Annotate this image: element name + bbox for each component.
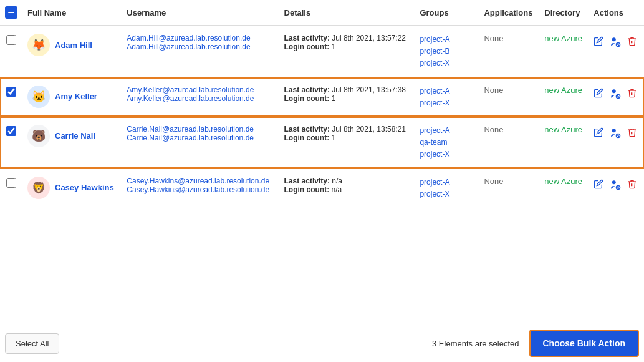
actions-cell [589,169,644,208]
user-name-link[interactable]: Carrie Nail [55,131,95,140]
group-link[interactable]: project-A [420,125,474,137]
group-link[interactable]: project-X [420,188,474,200]
edit-icon[interactable] [594,179,603,192]
row-checkbox-cell [0,117,22,169]
bulk-action-button[interactable]: Choose Bulk Action [529,330,640,357]
email-link-primary[interactable]: Casey.Hawkins@azuread.lab.resolution.de [127,177,274,185]
edit-icon[interactable] [594,36,603,49]
edit-icon[interactable] [594,88,603,100]
directory-cell: new Azure [539,26,589,77]
last-activity: Last activity: Jul 8th 2021, 13:57:22 [284,34,406,42]
avatar: 🐻 [27,125,50,147]
table-row: 🐱Amy KellerAmy.Keller@azuread.lab.resolu… [0,77,644,117]
user-name-link[interactable]: Amy Keller [55,92,97,101]
groups-cell: project-Aproject-X [415,77,479,117]
actions-cell [589,26,644,77]
email-link-secondary[interactable]: Carrie.Nail@azuread.lab.resolution.de [127,134,274,142]
username-cell: Amy.Keller@azuread.lab.resolution.deAmy.… [122,77,279,117]
svg-line-3 [617,44,620,46]
username-cell: Carrie.Nail@azuread.lab.resolution.deCar… [122,117,279,169]
col-header-groups: Groups [415,0,479,26]
groups-cell: project-Aproject-Bproject-X [415,26,479,77]
table-row: 🦁Casey HawkinsCasey.Hawkins@azuread.lab.… [0,169,644,208]
user-block-icon[interactable] [610,179,621,193]
last-activity: Last activity: Jul 8th 2021, 13:58:21 [284,125,406,134]
user-checkbox-1[interactable] [6,35,16,45]
details-cell: Last activity: n/aLogin count: n/a [279,169,415,208]
svg-point-4 [612,89,616,93]
groups-cell: project-Aproject-X [415,169,479,208]
row-checkbox-cell [0,77,22,117]
directory-link[interactable]: new Azure [544,125,582,134]
actions-cell [589,117,644,169]
group-link[interactable]: project-A [420,86,474,97]
select-all-header-checkbox[interactable] [5,6,17,19]
svg-line-12 [617,186,620,188]
email-link-secondary[interactable]: Casey.Hawkins@azuread.lab.resolution.de [127,185,274,194]
user-checkbox-4[interactable] [6,178,16,188]
directory-link[interactable]: new Azure [544,177,582,186]
details-cell: Last activity: Jul 8th 2021, 13:57:22Log… [279,26,415,77]
email-link-secondary[interactable]: Adam.Hill@azuread.lab.resolution.de [127,42,274,51]
row-checkbox-cell [0,169,22,208]
delete-icon[interactable] [627,88,637,100]
svg-line-9 [617,135,620,137]
delete-icon[interactable] [627,179,637,192]
footer-right: 3 Elements are selected Choose Bulk Acti… [432,330,639,357]
user-full-name-cell: 🦁Casey Hawkins [22,169,122,208]
avatar: 🦊 [27,34,50,56]
edit-icon[interactable] [594,127,603,140]
user-full-name-cell: 🦊Adam Hill [22,26,122,77]
svg-point-1 [612,37,616,41]
col-header-actions: Actions [589,0,644,26]
directory-link[interactable]: new Azure [544,34,582,43]
applications-cell: None [479,26,539,77]
user-name-link[interactable]: Casey Hawkins [55,183,114,192]
applications-cell: None [479,77,539,117]
details-cell: Last activity: Jul 8th 2021, 13:57:38Log… [279,77,415,117]
last-activity: Last activity: Jul 8th 2021, 13:57:38 [284,86,406,94]
user-checkbox-2[interactable] [6,87,16,97]
table-row: 🦊Adam HillAdam.Hill@azuread.lab.resoluti… [0,26,644,77]
svg-point-7 [612,129,616,132]
email-link-primary[interactable]: Adam.Hill@azuread.lab.resolution.de [127,34,274,42]
svg-line-6 [617,95,620,97]
group-link[interactable]: project-X [420,97,474,109]
directory-link[interactable]: new Azure [544,86,582,95]
delete-icon[interactable] [627,36,637,49]
email-link-primary[interactable]: Amy.Keller@azuread.lab.resolution.de [127,86,274,94]
row-checkbox-cell [0,26,22,77]
elements-selected-count: 3 Elements are selected [432,339,519,348]
user-block-icon[interactable] [610,127,621,141]
group-link[interactable]: project-X [420,57,474,69]
user-block-icon[interactable] [610,88,621,102]
svg-point-10 [612,180,616,184]
select-all-button[interactable]: Select All [5,333,59,354]
user-full-name-cell: 🐱Amy Keller [22,77,122,117]
login-count: Login count: 1 [284,42,410,51]
login-count: Login count: 1 [284,94,410,103]
avatar: 🦁 [27,177,50,199]
last-activity: Last activity: n/a [284,177,342,185]
col-header-username: Username [122,0,279,26]
email-link-secondary[interactable]: Amy.Keller@azuread.lab.resolution.de [127,94,274,103]
user-full-name-cell: 🐻Carrie Nail [22,117,122,169]
group-link[interactable]: qa-team [420,137,474,149]
user-checkbox-3[interactable] [6,126,16,136]
email-link-primary[interactable]: Carrie.Nail@azuread.lab.resolution.de [127,125,274,134]
group-link[interactable]: project-A [420,34,474,46]
header-checkbox-cell [0,0,22,26]
user-name-link[interactable]: Adam Hill [55,41,92,50]
group-link[interactable]: project-B [420,46,474,57]
applications-cell: None [479,169,539,208]
directory-cell: new Azure [539,169,589,208]
group-link[interactable]: project-A [420,177,474,188]
col-header-applications: Applications [479,0,539,26]
user-management-table: Full Name Username Details Groups Applic… [0,0,644,362]
user-block-icon[interactable] [610,36,621,50]
group-link[interactable]: project-X [420,149,474,160]
table-row: 🐻Carrie NailCarrie.Nail@azuread.lab.reso… [0,117,644,169]
actions-cell [589,77,644,117]
delete-icon[interactable] [627,127,637,140]
groups-cell: project-Aqa-teamproject-X [415,117,479,169]
